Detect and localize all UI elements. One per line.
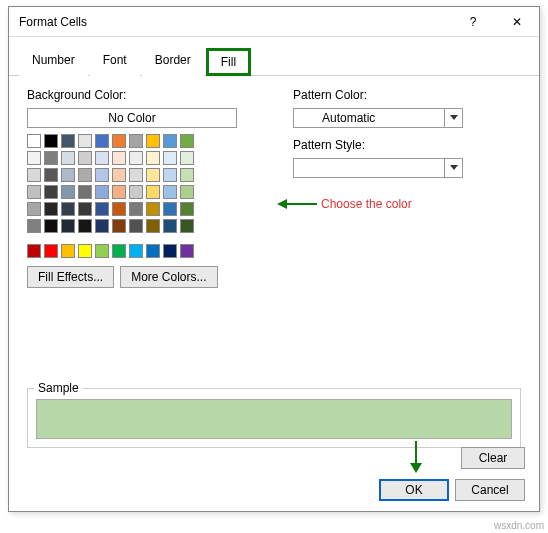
pattern-style-dropdown[interactable]: [293, 158, 463, 178]
color-swatch[interactable]: [61, 151, 75, 165]
color-swatch[interactable]: [44, 151, 58, 165]
color-swatch[interactable]: [180, 185, 194, 199]
color-swatch[interactable]: [95, 185, 109, 199]
color-swatch[interactable]: [44, 202, 58, 216]
color-swatch[interactable]: [78, 244, 92, 258]
color-swatch[interactable]: [146, 134, 160, 148]
sample-label: Sample: [34, 381, 83, 395]
background-color-section: Background Color: No Color Fill Effects.…: [27, 88, 263, 288]
color-swatch[interactable]: [146, 185, 160, 199]
color-swatch[interactable]: [180, 151, 194, 165]
color-swatch[interactable]: [129, 151, 143, 165]
color-swatch[interactable]: [44, 185, 58, 199]
color-swatch[interactable]: [112, 151, 126, 165]
color-swatch[interactable]: [78, 151, 92, 165]
color-swatch[interactable]: [163, 151, 177, 165]
color-swatch[interactable]: [61, 244, 75, 258]
color-swatch[interactable]: [163, 244, 177, 258]
color-swatch[interactable]: [146, 244, 160, 258]
color-swatch[interactable]: [163, 219, 177, 233]
fill-effects-button[interactable]: Fill Effects...: [27, 266, 114, 288]
color-swatch[interactable]: [44, 168, 58, 182]
pattern-style-label: Pattern Style:: [293, 138, 521, 152]
arrow-down-icon: [409, 441, 423, 473]
ok-button[interactable]: OK: [379, 479, 449, 501]
color-swatch[interactable]: [112, 202, 126, 216]
color-swatch[interactable]: [95, 219, 109, 233]
color-swatch[interactable]: [27, 151, 41, 165]
color-swatch[interactable]: [27, 219, 41, 233]
color-swatch[interactable]: [78, 219, 92, 233]
sample-group: Sample: [27, 388, 521, 448]
cancel-button[interactable]: Cancel: [455, 479, 525, 501]
color-swatch[interactable]: [61, 168, 75, 182]
color-swatch[interactable]: [112, 219, 126, 233]
color-swatch[interactable]: [61, 134, 75, 148]
color-swatch[interactable]: [95, 244, 109, 258]
color-swatch[interactable]: [129, 244, 143, 258]
tab-font[interactable]: Font: [90, 48, 140, 76]
format-cells-dialog: Format Cells ? ✕ Number Font Border Fill…: [8, 6, 540, 512]
color-swatch[interactable]: [27, 185, 41, 199]
color-swatch[interactable]: [180, 134, 194, 148]
watermark: wsxdn.com: [494, 520, 544, 531]
dialog-action-buttons: OK Cancel: [379, 479, 525, 501]
color-swatch[interactable]: [61, 185, 75, 199]
color-swatch[interactable]: [180, 168, 194, 182]
color-swatch[interactable]: [95, 151, 109, 165]
dialog-title: Format Cells: [19, 15, 451, 29]
color-swatch[interactable]: [78, 185, 92, 199]
color-swatch[interactable]: [95, 134, 109, 148]
arrow-left-icon: [277, 198, 317, 210]
color-swatch[interactable]: [112, 244, 126, 258]
color-swatch[interactable]: [112, 185, 126, 199]
tab-content: Background Color: No Color Fill Effects.…: [9, 76, 539, 288]
color-swatch[interactable]: [180, 202, 194, 216]
tab-strip: Number Font Border Fill: [9, 43, 539, 76]
tab-fill[interactable]: Fill: [206, 48, 251, 76]
color-swatch[interactable]: [95, 202, 109, 216]
color-swatch[interactable]: [146, 219, 160, 233]
color-swatch[interactable]: [27, 202, 41, 216]
color-swatch[interactable]: [78, 168, 92, 182]
more-colors-button[interactable]: More Colors...: [120, 266, 217, 288]
tab-number[interactable]: Number: [19, 48, 88, 76]
color-swatch[interactable]: [27, 134, 41, 148]
color-swatch[interactable]: [180, 244, 194, 258]
color-swatch[interactable]: [129, 134, 143, 148]
color-swatch[interactable]: [27, 168, 41, 182]
color-swatch[interactable]: [146, 202, 160, 216]
color-swatch[interactable]: [44, 134, 58, 148]
color-swatch[interactable]: [78, 202, 92, 216]
color-swatch[interactable]: [163, 134, 177, 148]
help-button[interactable]: ?: [451, 7, 495, 37]
color-swatch[interactable]: [61, 219, 75, 233]
color-swatch[interactable]: [78, 134, 92, 148]
background-color-label: Background Color:: [27, 88, 263, 102]
color-swatch[interactable]: [129, 202, 143, 216]
color-swatch[interactable]: [44, 219, 58, 233]
pattern-color-dropdown[interactable]: Automatic: [293, 108, 463, 128]
color-swatch[interactable]: [27, 244, 41, 258]
color-swatch[interactable]: [163, 202, 177, 216]
color-swatch[interactable]: [180, 219, 194, 233]
close-button[interactable]: ✕: [495, 7, 539, 37]
chevron-down-icon: [444, 159, 462, 177]
color-swatch[interactable]: [163, 168, 177, 182]
clear-button[interactable]: Clear: [461, 447, 525, 469]
color-swatch[interactable]: [61, 202, 75, 216]
color-swatch[interactable]: [44, 244, 58, 258]
color-swatch[interactable]: [112, 134, 126, 148]
color-swatch[interactable]: [129, 168, 143, 182]
color-swatch[interactable]: [146, 168, 160, 182]
color-swatch[interactable]: [129, 219, 143, 233]
color-swatch[interactable]: [112, 168, 126, 182]
tab-border[interactable]: Border: [142, 48, 204, 76]
color-swatch[interactable]: [129, 185, 143, 199]
color-swatch[interactable]: [95, 168, 109, 182]
no-color-button[interactable]: No Color: [27, 108, 237, 128]
annotation-text: Choose the color: [321, 197, 412, 211]
color-swatch[interactable]: [163, 185, 177, 199]
chevron-down-icon: [444, 109, 462, 127]
color-swatch[interactable]: [146, 151, 160, 165]
